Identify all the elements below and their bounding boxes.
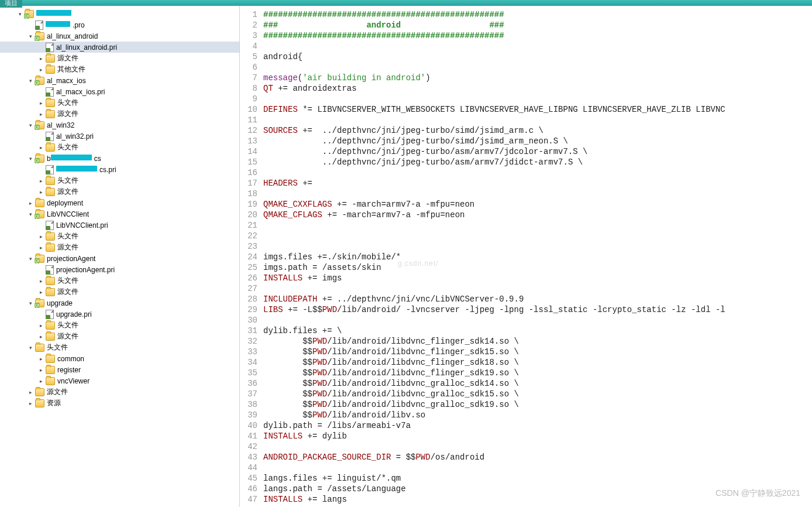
chevron-right-icon[interactable]: ▸ — [37, 289, 44, 296]
code-line[interactable]: dylib.path = /libs/armeabi-v7a — [263, 420, 812, 431]
code-line[interactable] — [263, 220, 812, 231]
code-line[interactable] — [263, 231, 812, 241]
code-line[interactable] — [263, 94, 812, 104]
code-line[interactable]: LIBS += -L$$PWD/lib/android/ -lvncserver… — [263, 304, 812, 315]
tree-item[interactable]: ..pro — [0, 19, 239, 30]
code-line[interactable]: SOURCES += ../depthvnc/jni/jpeg-turbo/si… — [263, 125, 812, 136]
tree-item[interactable]: ▸源文件 — [0, 286, 239, 297]
code-line[interactable]: $$PWD/lib/android/libdvnc_flinger_sdk19.… — [263, 368, 812, 378]
tree-item[interactable]: upgrade.pri — [0, 309, 239, 320]
chevron-down-icon[interactable]: ▾ — [16, 11, 23, 18]
chevron-down-icon[interactable]: ▾ — [27, 344, 34, 351]
chevron-right-icon[interactable]: ▸ — [27, 389, 34, 396]
tree-item[interactable]: ▾QtLibVNCClient — [0, 208, 239, 220]
code-line[interactable]: $$PWD/lib/android/libdvnc_flinger_sdk18.… — [263, 357, 812, 368]
code-line[interactable] — [263, 189, 812, 199]
code-line[interactable]: $$PWD/lib/android/libdvnc_gralloc_sdk15.… — [263, 389, 812, 399]
chevron-right-icon[interactable]: ▸ — [37, 111, 44, 118]
code-line[interactable]: INSTALLS += imgs — [263, 273, 812, 283]
tree-item[interactable]: ▸头文件 — [0, 97, 239, 108]
code-line[interactable]: QMAKE_CFLAGS += -march=armv7-a -mfpu=neo… — [263, 210, 812, 220]
chevron-down-icon[interactable]: ▾ — [27, 211, 34, 218]
code-line[interactable]: $$PWD/lib/android/libdvnc_gralloc_sdk14.… — [263, 378, 812, 389]
tree-item[interactable]: ▸头文件 — [0, 275, 239, 286]
code-line[interactable]: $$PWD/lib/android/libdvnc_flinger_sdk14.… — [263, 336, 812, 347]
code-line[interactable] — [263, 115, 812, 125]
tree-item[interactable]: LibVNCClient.pri — [0, 220, 239, 231]
code-line[interactable] — [263, 241, 812, 252]
chevron-right-icon[interactable]: ▸ — [37, 355, 44, 362]
chevron-down-icon[interactable]: ▾ — [27, 155, 34, 162]
chevron-down-icon[interactable]: ▾ — [27, 33, 34, 40]
tree-item[interactable]: ▸源文件 — [0, 386, 239, 398]
code-line[interactable] — [263, 315, 812, 326]
code-editor[interactable]: 1234567891011121314151617181920212223242… — [240, 6, 812, 507]
code-line[interactable]: dylib.files += \ — [263, 326, 812, 336]
code-line[interactable] — [263, 463, 812, 473]
tree-item[interactable]: ▸头文件 — [0, 320, 239, 331]
tree-item[interactable]: ▾Qtupgrade — [0, 297, 239, 309]
code-line[interactable]: imgs.path = /assets/skin — [263, 262, 812, 273]
tree-item[interactable]: projectionAgent.pri — [0, 264, 239, 275]
code-content[interactable]: ########################################… — [263, 9, 812, 507]
tree-item[interactable]: ▸register — [0, 364, 239, 375]
code-line[interactable]: android{ — [263, 52, 812, 62]
code-line[interactable]: langs.files += linguist/*.qm — [263, 473, 812, 484]
code-line[interactable]: ANDROID_PACKAGE_SOURCE_DIR = $$PWD/os/an… — [263, 452, 812, 463]
chevron-right-icon[interactable]: ▸ — [37, 189, 44, 196]
code-line[interactable]: QMAKE_CXXFLAGS += -march=armv7-a -mfpu=n… — [263, 199, 812, 210]
chevron-right-icon[interactable]: ▸ — [37, 66, 44, 73]
code-line[interactable]: $$PWD/lib/android/libdvnc_flinger_sdk15.… — [263, 347, 812, 357]
code-line[interactable]: DEFINES *= LIBVNCSERVER_WITH_WEBSOCKETS … — [263, 104, 812, 115]
tree-item[interactable]: ▸common — [0, 353, 239, 364]
code-line[interactable]: ########################################… — [263, 9, 812, 20]
chevron-right-icon[interactable]: ▸ — [37, 100, 44, 107]
tree-item[interactable]: ▸vncViewer — [0, 375, 239, 386]
chevron-right-icon[interactable]: ▸ — [37, 366, 44, 374]
tree-item[interactable]: ▸头文件 — [0, 142, 239, 153]
chevron-right-icon[interactable]: ▸ — [27, 200, 34, 207]
code-line[interactable]: QT += androidextras — [263, 83, 812, 94]
chevron-right-icon[interactable]: ▸ — [27, 400, 34, 407]
code-line[interactable]: ../depthvnc/jni/jpeg-turbo/simd/jsimd_ar… — [263, 136, 812, 146]
tree-item[interactable]: al_macx_ios.pri — [0, 86, 239, 97]
chevron-right-icon[interactable]: ▸ — [37, 233, 44, 240]
code-line[interactable] — [263, 62, 812, 73]
project-tree-panel[interactable]: ▾Qt...pro▾Qtal_linux_androidal_linux_and… — [0, 0, 240, 507]
chevron-down-icon[interactable]: ▾ — [27, 300, 34, 307]
tree-item[interactable]: ▸deployment — [0, 197, 239, 208]
code-line[interactable]: HEADERS += — [263, 178, 812, 189]
chevron-right-icon[interactable]: ▸ — [37, 177, 44, 184]
chevron-right-icon[interactable]: ▸ — [37, 333, 44, 340]
tree-item[interactable]: al_linux_android.pri — [0, 42, 239, 53]
tree-item[interactable]: ▸头文件 — [0, 231, 239, 242]
tree-item[interactable]: ▸源文件 — [0, 242, 239, 253]
code-line[interactable] — [263, 167, 812, 178]
code-line[interactable]: ../depthvnc/jni/jpeg-turbo/asm/armv7/jdi… — [263, 157, 812, 167]
tree-item[interactable]: ▾Qtal_linux_android — [0, 30, 239, 42]
code-line[interactable]: ### android ### — [263, 20, 812, 30]
tree-item[interactable]: ▾Qtb.cs — [0, 153, 239, 164]
tree-item[interactable]: .cs.pri — [0, 164, 239, 175]
chevron-right-icon[interactable]: ▸ — [37, 144, 44, 151]
tree-item[interactable]: ▸源文件 — [0, 331, 239, 342]
code-line[interactable]: $$PWD/lib/android/libdvnc_gralloc_sdk19.… — [263, 399, 812, 410]
chevron-down-icon[interactable]: ▾ — [27, 77, 34, 84]
code-line[interactable]: INCLUDEPATH += ../depthvnc/jni/vnc/LibVN… — [263, 294, 812, 304]
tree-item[interactable]: ▾QtprojectionAgent — [0, 253, 239, 264]
tree-item[interactable]: ▾头文件 — [0, 342, 239, 353]
project-tree[interactable]: ▾Qt...pro▾Qtal_linux_androidal_linux_and… — [0, 8, 239, 409]
code-line[interactable]: $$PWD/lib/android/libv.so — [263, 410, 812, 420]
code-line[interactable]: ########################################… — [263, 30, 812, 41]
chevron-down-icon[interactable]: ▾ — [27, 122, 34, 129]
code-line[interactable] — [263, 441, 812, 452]
chevron-right-icon[interactable]: ▸ — [37, 278, 44, 285]
chevron-right-icon[interactable]: ▸ — [37, 378, 44, 385]
chevron-right-icon[interactable]: ▸ — [37, 322, 44, 329]
tree-item[interactable]: ▸头文件 — [0, 175, 239, 186]
tree-item[interactable]: ▸源文件 — [0, 186, 239, 197]
tree-item[interactable]: ▸资源 — [0, 398, 239, 409]
code-line[interactable]: message('air building in android') — [263, 73, 812, 83]
tree-item[interactable]: ▸其他文件 — [0, 64, 239, 75]
code-line[interactable]: INSTALLS += langs — [263, 494, 812, 505]
